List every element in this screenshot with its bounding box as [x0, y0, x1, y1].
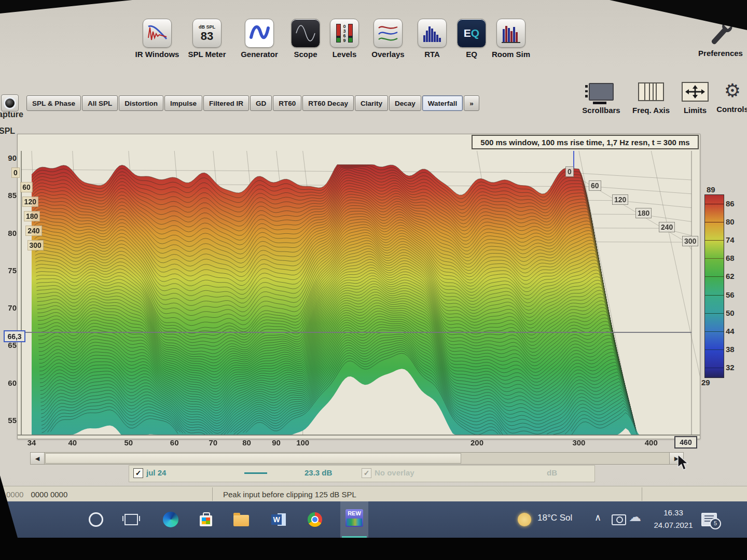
tab-gd[interactable]: GD — [250, 95, 272, 111]
tab-rt60-decay[interactable]: RT60 Decay — [302, 95, 354, 111]
measurement-name: jul 24 — [146, 468, 166, 477]
capture-partial-label: apture — [0, 110, 23, 119]
time-slice-label-right: 180 — [635, 208, 652, 218]
status-counter: 0000 0000 — [31, 490, 67, 499]
edge-icon — [163, 512, 178, 527]
scroll-left-arrow[interactable]: ◀ — [31, 453, 45, 464]
store-button[interactable] — [195, 509, 217, 530]
meet-now-button[interactable] — [608, 509, 630, 530]
windows-taskbar: W REW 18°C Sol ∧ ☁ 16.33 24.07.2021 5 — [0, 501, 747, 538]
tab-impulse[interactable]: Impulse — [164, 95, 202, 111]
time-slice-label-left: 240 — [25, 226, 42, 236]
word-button[interactable]: W — [268, 509, 289, 530]
weather-label[interactable]: 18°C Sol — [537, 513, 572, 523]
freq-axis-tick: 90 — [266, 438, 287, 447]
colorbar-block — [705, 277, 724, 295]
freq-axis-tick: 70 — [203, 438, 224, 447]
tray-chevron[interactable]: ∧ — [594, 512, 601, 523]
tab-overflow[interactable]: » — [464, 95, 479, 111]
folder-icon — [233, 515, 249, 526]
freq-axis-tick: 400 — [641, 438, 661, 447]
overlay-label: No overlay — [375, 468, 414, 477]
colorbar-tick: 62 — [726, 272, 735, 281]
colorbar-tick: 38 — [726, 345, 735, 354]
toolbar-generator[interactable]: Generator — [234, 19, 284, 59]
capture-button[interactable] — [1, 94, 19, 111]
ir-windows-icon — [146, 22, 168, 44]
spl-axis-tick: 55 — [2, 416, 17, 425]
colorbar-tick-top: 89 — [707, 185, 715, 194]
colorbar-block — [705, 332, 724, 350]
spl-axis-tick: 70 — [2, 303, 17, 312]
camera-icon — [612, 514, 626, 525]
tab-spl-phase[interactable]: SPL & Phase — [26, 95, 81, 111]
rew-app-button[interactable]: REW — [340, 501, 368, 538]
measurement-checkbox[interactable]: ✓ — [133, 468, 143, 478]
scope-icon — [294, 22, 317, 45]
weather-button[interactable] — [514, 509, 535, 530]
edge-button[interactable] — [160, 509, 182, 530]
time-slice-label-left: 60 — [20, 182, 33, 192]
file-explorer-button[interactable] — [230, 509, 252, 530]
time-slice-label-right: 120 — [612, 194, 628, 205]
freq-axis-tool[interactable]: Freq. Axis — [626, 80, 676, 115]
toolbar-levels[interactable]: 0 3 6 9 Levels — [320, 19, 369, 59]
generator-icon — [248, 22, 271, 45]
notification-button[interactable]: 5 — [701, 513, 717, 526]
time-slice-label-left: 120 — [22, 197, 38, 207]
search-icon — [89, 512, 103, 527]
overlay-checkbox[interactable]: ✓ — [362, 468, 371, 478]
status-counter-cell: 0000 0000 0000 — [0, 486, 218, 502]
spl-axis-tick: 90 — [2, 153, 17, 162]
laptop-screen: IR Windows dB SPL 83 SPL Meter Generator… — [0, 0, 747, 560]
time-slice-label-left: 300 — [27, 240, 44, 250]
freq-axis-tick: 40 — [62, 438, 83, 447]
colorbar-block — [705, 204, 724, 222]
tab-decay[interactable]: Decay — [389, 95, 421, 111]
scrollbars-tool[interactable]: Scrollbars — [576, 80, 626, 115]
freq-axis-tick: 60 — [164, 438, 185, 447]
search-button[interactable] — [85, 509, 107, 530]
onedrive-cloud-icon[interactable]: ☁ — [629, 510, 641, 524]
chrome-icon — [308, 512, 322, 527]
waterfall-panel: 9085807570656055344050607080901002003004… — [17, 134, 700, 439]
svg-text:9: 9 — [343, 38, 345, 43]
freq-axis-tick: 50 — [118, 438, 139, 447]
colorbar-block — [705, 296, 724, 314]
photo-corner-top-right — [610, 0, 747, 30]
scroll-thumb[interactable] — [45, 453, 461, 464]
tab-all-spl[interactable]: All SPL — [82, 95, 118, 111]
tab-rt60[interactable]: RT60 — [273, 95, 301, 111]
tab-distortion[interactable]: Distortion — [119, 95, 163, 111]
toolbar-room-sim[interactable]: Room Sim — [486, 19, 536, 59]
rta-icon — [421, 22, 444, 45]
sun-icon — [518, 513, 531, 526]
toolbar-spl-meter[interactable]: dB SPL 83 SPL Meter — [182, 19, 232, 59]
chrome-button[interactable] — [304, 509, 326, 530]
controls-tool[interactable]: ⚙ Controls — [708, 79, 747, 114]
measurement-legend: ✓ jul 24 23.3 dB ✓ No overlay dB — [129, 465, 595, 482]
store-icon — [200, 515, 212, 526]
tab-filtered-ir[interactable]: Filtered IR — [203, 95, 249, 111]
overlay-unit: dB — [547, 468, 557, 477]
toolbar-overlays[interactable]: Overlays — [363, 19, 413, 59]
clock[interactable]: 16.33 24.07.2021 — [647, 507, 699, 531]
tab-clarity[interactable]: Clarity — [355, 95, 388, 111]
measurement-level: 23.3 dB — [305, 468, 332, 477]
colorbar-tick: 44 — [726, 327, 735, 335]
task-view-button[interactable] — [120, 509, 142, 530]
spl-axis-tick: 80 — [2, 229, 17, 237]
colorbar-block — [705, 222, 724, 241]
colorbar-block — [705, 368, 724, 377]
time-slice-label-left: 0 — [11, 167, 20, 178]
toolbar-ir-windows[interactable]: IR Windows — [132, 19, 182, 59]
notification-badge: 5 — [710, 518, 721, 529]
freq-scrollbar[interactable]: ◀ ▶ — [30, 452, 684, 465]
task-view-icon — [125, 514, 138, 525]
colorbar-block — [705, 195, 724, 204]
tab-waterfall[interactable]: Waterfall — [422, 95, 463, 111]
spl-partial-label: SPL — [0, 127, 15, 136]
rew-icon: REW — [345, 509, 363, 527]
levels-icon: 0 3 6 9 — [333, 22, 356, 45]
colorbar-tick: 68 — [726, 254, 735, 262]
